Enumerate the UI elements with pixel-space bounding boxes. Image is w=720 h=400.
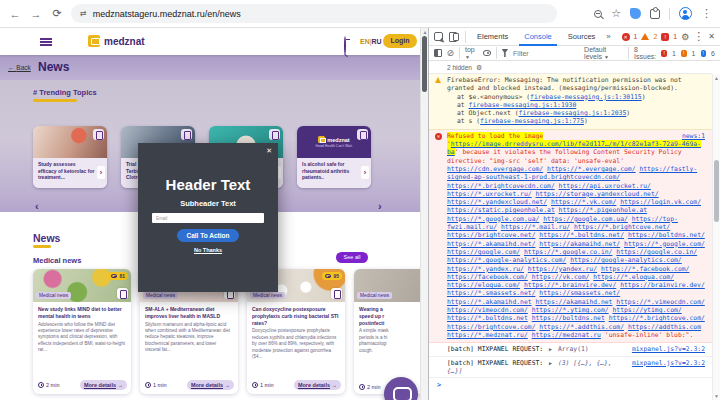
scrollbar-thumb[interactable]	[422, 36, 427, 92]
console-link[interactable]: https://*.yandexcloud.net/	[447, 198, 547, 206]
console-link[interactable]: https://google.co.in/	[616, 248, 697, 256]
source-link[interactable]: mixpanel.js?v=2.3:2	[632, 345, 705, 353]
console-link[interactable]: https://*.google.co.in/	[524, 248, 613, 256]
email-field[interactable]	[152, 213, 264, 223]
console-link[interactable]: https://google.com.ua/	[543, 215, 628, 223]
page-scrollbar[interactable]: ▲	[420, 28, 428, 400]
console-link[interactable]: https://vk.com/	[532, 273, 590, 281]
tab-elements[interactable]: Elements	[472, 28, 513, 46]
scroll-up-icon[interactable]: ▲	[713, 75, 720, 81]
console-link[interactable]: https://brightcove.com/	[447, 323, 536, 331]
console-link[interactable]: https://static.pigeonhole.at	[447, 206, 555, 214]
expand-arrow-icon[interactable]: ▶	[549, 346, 552, 352]
console-link[interactable]: https://*.google.com/	[624, 240, 705, 248]
console-link[interactable]: https://*.akamaihd.net	[447, 298, 532, 306]
console-scrollbar[interactable]: ▲ ▼	[712, 74, 720, 400]
console-link[interactable]: https://*.akamaihd.net/	[447, 240, 536, 248]
back-link[interactable]: ← Back	[8, 64, 31, 71]
console-link[interactable]: https://*.evergage.com/	[547, 165, 636, 173]
context-selector[interactable]: top ▼	[465, 46, 478, 60]
devtools-menu-icon[interactable]: ⋮	[693, 30, 704, 43]
console-link[interactable]: https://*.brightcove.com/	[609, 314, 705, 322]
login-button[interactable]: Login	[383, 34, 417, 48]
console-link[interactable]: firebase-messaging.js:1:2035	[519, 109, 627, 117]
console-link[interactable]: https://vimeocdn.com/	[447, 306, 528, 314]
lang-ru[interactable]: RU	[372, 38, 382, 45]
carousel-next-icon[interactable]: ›	[378, 200, 382, 212]
carousel-prev-icon[interactable]: ‹	[35, 200, 39, 212]
console-sidebar-icon[interactable]	[434, 49, 442, 57]
chevron-right-icon[interactable]: ›	[361, 166, 369, 179]
console-link[interactable]: firebase-messaging.js:1:1930	[469, 101, 577, 109]
console-link[interactable]: https://smassets.net/	[539, 289, 620, 297]
more-details-button[interactable]: More details →	[80, 380, 127, 390]
clear-console-icon[interactable]: ⊘	[447, 49, 455, 58]
console-link[interactable]: https://*.yandex.ru/	[447, 265, 524, 273]
pinned-extension-icon[interactable]	[630, 8, 641, 19]
console-prompt[interactable]: >	[429, 378, 713, 392]
console-link[interactable]: firebase-messaging.js:1:775	[480, 117, 584, 125]
back-icon[interactable]: ←	[8, 8, 22, 20]
reload-icon[interactable]: ⟳	[50, 7, 64, 20]
console-link[interactable]: https://*.eloqua.com/	[593, 273, 674, 281]
console-link[interactable]: https://*.smassets.net/	[447, 289, 536, 297]
news-card[interactable]: 81 Medical news New study links MIND die…	[33, 269, 131, 394]
brand-name[interactable]: medznat	[104, 36, 145, 47]
expand-arrow-icon[interactable]: ▶	[549, 360, 552, 366]
source-link[interactable]: news:1	[682, 132, 705, 140]
console-link[interactable]: https://akamaihd.net	[536, 298, 613, 306]
console-link[interactable]: https://*.ytimg.com/	[532, 306, 609, 314]
browser-menu-icon[interactable]: ⋮	[701, 7, 712, 20]
console-link[interactable]: https://ytimg.com/	[612, 306, 681, 314]
more-details-button[interactable]: More details →	[294, 380, 341, 390]
issues-label[interactable]: 8 Issues:	[634, 46, 656, 60]
devtools-close-icon[interactable]: ✕	[708, 32, 715, 41]
trending-card[interactable]: medznat Good Health Can't Wait. Is alcoh…	[297, 126, 371, 188]
device-toolbar-icon[interactable]	[449, 32, 459, 41]
console-link[interactable]: firebase-messaging.js:1:30115	[530, 93, 642, 101]
zoom-out-icon[interactable]	[594, 10, 602, 18]
console-link[interactable]: https://facebook.com/	[447, 273, 528, 281]
console-link[interactable]: https://*.brainvire.dev/	[524, 281, 616, 289]
log-levels-dropdown[interactable]: Default levels ▼	[584, 46, 623, 60]
console-link[interactable]: https://google-analytics.com/	[570, 256, 682, 264]
extensions-icon[interactable]	[650, 9, 660, 19]
console-link[interactable]: https://*.vk.com/	[551, 198, 616, 206]
console-link[interactable]: https://*.uxrocket.ru/	[447, 190, 532, 198]
live-expression-eye-icon[interactable]	[483, 50, 491, 56]
console-link[interactable]: https://*.brightcovecdn.com/	[447, 182, 555, 190]
filter-input[interactable]	[513, 50, 579, 57]
forward-icon[interactable]: →	[29, 8, 43, 20]
call-to-action-button[interactable]: Call To Action	[177, 229, 239, 242]
close-icon[interactable]: ✕	[266, 147, 272, 155]
language-toggle[interactable]: EN|RU	[360, 38, 382, 45]
console-link[interactable]: https://*.boltdns.net/	[539, 231, 624, 239]
lang-en[interactable]: EN	[360, 38, 370, 45]
console-link[interactable]: https://storage.yandexcloud.net/	[536, 190, 659, 198]
site-info-icon[interactable]: ⇄	[80, 9, 87, 18]
console-link[interactable]: https://cdn.evergage.com/	[447, 165, 543, 173]
see-all-button[interactable]: See all	[336, 252, 368, 263]
console-link[interactable]: https://boltdns.net	[532, 314, 605, 322]
console-link[interactable]: https://boltdns.net/	[628, 231, 705, 239]
console-link[interactable]: https://*.brightcove.net/	[574, 223, 670, 231]
scroll-up-icon[interactable]: ▲	[421, 29, 428, 35]
profile-avatar[interactable]	[679, 7, 692, 20]
console-link[interactable]: https://akamaihd.net/	[539, 240, 620, 248]
filter-settings-icon[interactable]: ⚙	[476, 61, 482, 74]
trending-card[interactable]: Study assesses efficacy of ketorolac for…	[33, 126, 107, 188]
console-link[interactable]: https://eloqua.com/	[447, 281, 520, 289]
inspect-element-icon[interactable]	[434, 32, 443, 41]
hamburger-menu-icon[interactable]	[40, 38, 52, 46]
console-link[interactable]: https://medznat.ru	[532, 331, 601, 339]
chevron-right-icon[interactable]: ›	[97, 166, 105, 179]
console-link[interactable]: https://brainvire.dev/	[620, 281, 705, 289]
more-details-button[interactable]: More details →	[187, 380, 234, 390]
console-link[interactable]: https://yandex.ru/	[528, 265, 597, 273]
source-link[interactable]: mixpanel.js?v=2.3:2	[632, 359, 705, 367]
address-bar[interactable]: ⇄ medznatstageru.medznat.ru/en/news	[71, 4, 557, 23]
search-icon[interactable]	[344, 37, 346, 55]
medznat-logo-icon[interactable]	[88, 35, 100, 47]
console-link[interactable]: https://*.vimeocdn.com/	[616, 298, 705, 306]
no-thanks-link[interactable]: No Thanks	[138, 247, 278, 253]
